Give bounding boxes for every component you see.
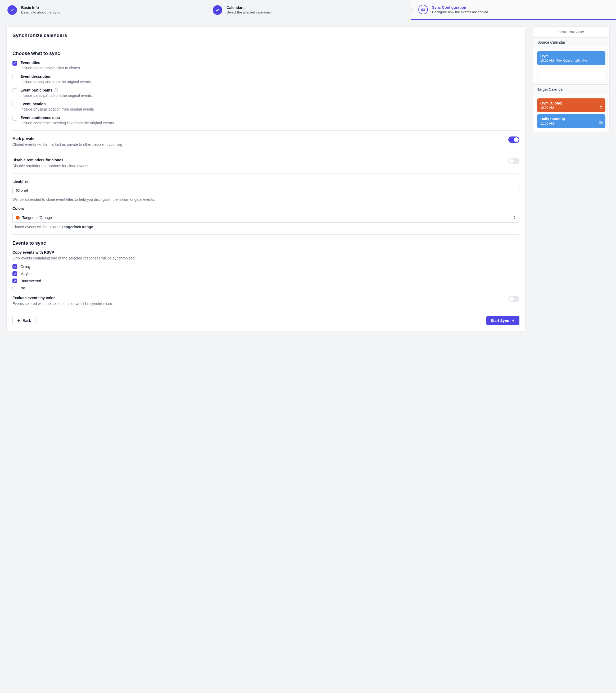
step-title: Calendars: [227, 5, 271, 10]
event-subtitle: 10:00 AM: [540, 106, 602, 110]
target-calendar-body: Gym (Clone) 10:00 AM Daily Standup 11:00…: [533, 95, 609, 132]
colors-select[interactable]: Tangerine/Orange: [13, 213, 519, 223]
disable-reminders-desc: Disable reminder notifications for clone…: [13, 164, 503, 168]
toggle-mark-private[interactable]: [508, 137, 519, 143]
rsvp-label: Going: [20, 264, 30, 269]
step-sync-configuration[interactable]: 03 Sync Configuration Configure how the …: [411, 0, 616, 20]
step-calendars[interactable]: Calendars Select the affected calendars: [205, 0, 411, 20]
event-title: Daily Standup: [540, 117, 602, 121]
identifier-group: Identifier Will be appended to clone eve…: [13, 179, 519, 201]
identifier-hint: Will be appended to clone event titles t…: [13, 197, 519, 201]
preview-header: SYNC PREVIEW: [533, 27, 609, 38]
separator: [13, 173, 519, 174]
colors-label: Colors: [13, 206, 519, 211]
option-label: Event location: [20, 102, 94, 106]
event-title: Gym (Clone): [540, 101, 602, 105]
step-title: Sync Configuration: [432, 5, 488, 9]
checkbox-event-participants[interactable]: [13, 88, 17, 93]
svg-rect-3: [599, 122, 601, 124]
checkbox-going[interactable]: [13, 264, 17, 269]
checkbox-event-titles[interactable]: [13, 61, 17, 65]
option-desc: Include conference meeting links from th…: [20, 121, 114, 125]
checkbox-event-description[interactable]: [13, 75, 17, 79]
option-event-participants: Event participants i Include participant…: [13, 88, 519, 98]
check-icon: [213, 5, 222, 15]
preview-card: SYNC PREVIEW Source Calendar Gym 10:00 A…: [533, 26, 610, 132]
rsvp-option-unanswered: Unanswered: [13, 278, 519, 283]
footer-actions: Back Start Sync: [7, 311, 525, 331]
step-subtitle: Select the affected calendars: [227, 10, 271, 14]
colors-hint-value: Tangerine/Orange: [62, 225, 93, 229]
toggle-exclude-color[interactable]: [508, 296, 519, 302]
video-icon: [599, 121, 603, 125]
option-event-description: Event description Include description fr…: [13, 74, 519, 84]
event-card: Gym 10:00 AM · Flex Gym on 16th Ave: [537, 51, 605, 65]
colors-value: Tangerine/Orange: [22, 216, 52, 220]
check-icon: [7, 5, 17, 15]
event-placeholder: [537, 67, 605, 80]
target-calendar-header: Target Calendar: [533, 85, 609, 95]
identifier-label: Identifier: [13, 179, 519, 183]
sidebar: SYNC PREVIEW Source Calendar Gym 10:00 A…: [533, 26, 610, 132]
exclude-color-title: Exclude events by color: [13, 296, 503, 300]
rsvp-desc: Only events containing one of the select…: [13, 256, 519, 260]
separator: [13, 152, 519, 152]
rsvp-label: Maybe: [20, 272, 32, 276]
checkbox-event-conference[interactable]: [13, 116, 17, 121]
checkbox-maybe[interactable]: [13, 271, 17, 276]
event-subtitle: 11:00 AM: [540, 122, 602, 125]
lock-icon: [599, 105, 603, 110]
option-label: Event description: [20, 74, 91, 79]
rsvp-title: Copy events with RSVP: [13, 250, 519, 255]
checkbox-event-location[interactable]: [13, 102, 17, 107]
option-desc: Include participants from the original e…: [20, 93, 92, 98]
info-icon[interactable]: i: [54, 88, 58, 92]
colors-group: Colors Tangerine/Orange Cloned events wi…: [13, 206, 519, 229]
rsvp-option-maybe: Maybe: [13, 271, 519, 276]
step-title: Basic Info: [21, 5, 60, 10]
rsvp-label: No: [20, 286, 25, 290]
identifier-input[interactable]: [13, 186, 519, 195]
option-label-text: Event participants: [20, 88, 52, 92]
start-sync-label: Start Sync: [491, 318, 509, 323]
option-desc: Include physical location from original …: [20, 107, 94, 111]
events-to-sync-title: Events to sync: [13, 240, 519, 246]
source-calendar-body: Gym 10:00 AM · Flex Gym on 16th Ave: [533, 47, 609, 85]
rsvp-option-going: Going: [13, 264, 519, 269]
step-basic-info[interactable]: Basic Info Basic info about the Sync: [0, 0, 205, 20]
color-swatch-icon: [16, 216, 20, 220]
arrow-right-icon: [511, 319, 515, 322]
option-desc: Include original event titles to clones: [20, 66, 80, 70]
event-card: Daily Standup 11:00 AM: [537, 114, 605, 128]
exclude-color-row: Exclude events by color Events colored w…: [13, 296, 519, 306]
option-event-titles: Event titles Include original event titl…: [13, 61, 519, 70]
checkbox-no[interactable]: [13, 286, 17, 291]
option-event-conference: Event conference data Include conference…: [13, 116, 519, 125]
option-label: Event participants i: [20, 88, 92, 92]
event-title: Gym: [540, 54, 602, 58]
source-calendar-header: Source Calendar: [533, 38, 609, 47]
page-title: Synchronize calendars: [13, 33, 519, 38]
exclude-color-desc: Events colored with the selected color w…: [13, 301, 503, 306]
event-card: Gym (Clone) 10:00 AM: [537, 98, 605, 112]
mark-private-title: Mark private: [13, 137, 503, 141]
event-subtitle: 10:00 AM · Flex Gym on 16th Ave: [540, 59, 602, 62]
start-sync-button[interactable]: Start Sync: [486, 316, 519, 325]
back-button[interactable]: Back: [13, 316, 36, 325]
colors-hint: Cloned events will be colored Tangerine/…: [13, 225, 519, 229]
rsvp-option-no: No: [13, 285, 519, 291]
step-subtitle: Configure how the events are copied: [432, 10, 488, 14]
toggle-disable-reminders[interactable]: [508, 158, 519, 164]
step-number-icon: 03: [418, 5, 428, 14]
colors-hint-prefix: Cloned events will be colored: [13, 225, 62, 229]
checkbox-unanswered[interactable]: [13, 279, 17, 283]
rsvp-group: Copy events with RSVP Only events contai…: [13, 250, 519, 291]
chevron-up-down-icon: [513, 215, 516, 220]
option-desc: Include description from the original ev…: [20, 80, 91, 84]
option-label: Event conference data: [20, 116, 114, 120]
mark-private-row: Mark private Cloned events will be marke…: [13, 137, 519, 146]
disable-reminders-row: Disable reminders for clones Disable rem…: [13, 158, 519, 168]
mark-private-desc: Cloned events will be marked as private …: [13, 142, 503, 146]
arrow-left-icon: [17, 319, 21, 322]
wizard-steps: Basic Info Basic info about the Sync Cal…: [0, 0, 616, 20]
